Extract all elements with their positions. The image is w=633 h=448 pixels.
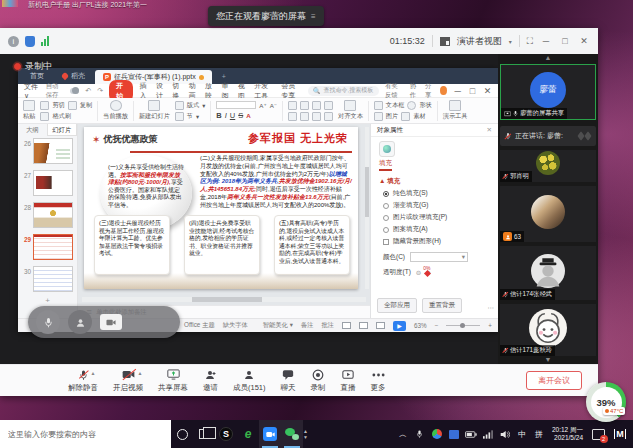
- format-painter-button[interactable]: 格式刷: [40, 112, 92, 121]
- tray-battery-icon[interactable]: [463, 420, 479, 448]
- font-shrink-button[interactable]: A⁻: [270, 102, 277, 109]
- participant-bubble-icon[interactable]: [36, 310, 60, 334]
- wechat-taskbar-button[interactable]: [281, 420, 303, 448]
- slide-thumbnail[interactable]: 26: [18, 136, 77, 168]
- new-slide-button[interactable]: 新建幻灯片: [139, 100, 170, 121]
- browser-taskbar-button[interactable]: e: [237, 420, 259, 448]
- notification-center-button[interactable]: 2: [588, 420, 608, 448]
- align-right-icon[interactable]: [312, 112, 321, 121]
- tray-browser-ball-icon[interactable]: [429, 420, 445, 448]
- more-icon[interactable]: ⋯: [488, 304, 495, 312]
- layout-switch-icon[interactable]: ≡: [311, 12, 316, 21]
- start-video-button[interactable]: ▲ 开启视频: [113, 368, 143, 393]
- unmute-button[interactable]: ▲ 解除静音: [68, 368, 98, 393]
- theme-label[interactable]: Office 主题: [184, 321, 215, 330]
- font-name-select[interactable]: [216, 101, 256, 109]
- tray-app-icon[interactable]: [446, 420, 462, 448]
- participant-tile[interactable]: 郭肖明: [500, 150, 596, 182]
- presentation-tools-button[interactable]: 演示工具: [443, 100, 468, 121]
- fill-tool-icon[interactable]: [379, 141, 395, 157]
- beautify-button[interactable]: 智能美化 ▾: [263, 321, 293, 330]
- participant-tile-screenshare[interactable]: 廖蕾 廖蕾的屏幕共享: [500, 64, 596, 120]
- ribbon-search-input[interactable]: 🔍 查找命令,搜索模板: [308, 86, 379, 96]
- taskbar-clock[interactable]: 20:12 周一 2021/5/24: [548, 426, 587, 442]
- outdent-icon[interactable]: [324, 101, 333, 110]
- chat-button[interactable]: 聊天: [281, 368, 296, 393]
- undo-icon[interactable]: ↶: [85, 87, 91, 95]
- participant-tile[interactable]: 信计171庞秋玲: [500, 304, 596, 356]
- paste-button[interactable]: 粘贴: [23, 100, 35, 121]
- slide-thumbnail[interactable]: 28: [18, 200, 77, 232]
- align-text-button[interactable]: 对齐文本: [338, 100, 363, 121]
- slide-thumbnail[interactable]: 30: [18, 264, 77, 296]
- invite-button[interactable]: 邀请: [203, 368, 218, 393]
- participant-tile[interactable]: 信计174张经武: [500, 246, 596, 300]
- section-caret-icon[interactable]: ▲: [379, 177, 385, 184]
- camera-preview-bubble[interactable]: [100, 314, 122, 330]
- alpha-slider[interactable]: ⊖ 0% ⊕: [416, 269, 431, 277]
- ime-mode-button[interactable]: 拼: [531, 420, 547, 448]
- members-button[interactable]: 成员(151): [233, 368, 266, 393]
- task-view-button[interactable]: [193, 420, 215, 448]
- slide-thumbnail[interactable]: 27: [18, 168, 77, 200]
- slide-thumbnail-selected[interactable]: 29: [18, 232, 77, 264]
- live-button[interactable]: 直播: [341, 368, 356, 393]
- network-signal-icon[interactable]: [41, 36, 49, 46]
- m-app-icon[interactable]: M: [609, 420, 631, 448]
- bullet-list-icon[interactable]: [288, 101, 297, 110]
- view-mode-caret-icon[interactable]: ▾: [509, 38, 512, 45]
- zoom-slider[interactable]: [446, 325, 480, 326]
- tray-volume-icon[interactable]: [497, 420, 513, 448]
- option-hide-background[interactable]: 隐藏背景图形(H): [383, 237, 498, 246]
- minimize-button[interactable]: ─: [540, 36, 552, 46]
- play-from-current-button[interactable]: 当前播放: [103, 100, 128, 121]
- wps-taskbar-button[interactable]: S: [215, 420, 237, 448]
- bold-button[interactable]: B: [216, 111, 221, 120]
- font-grow-button[interactable]: A⁺: [259, 102, 266, 109]
- tab-slides[interactable]: 幻灯片: [47, 124, 78, 136]
- align-center-icon[interactable]: [300, 112, 309, 121]
- security-shield-icon[interactable]: [25, 36, 35, 47]
- battery-widget[interactable]: 39%: [586, 382, 626, 422]
- italic-button[interactable]: I: [225, 111, 227, 120]
- collab-link[interactable]: 协作: [410, 82, 419, 100]
- cortana-button[interactable]: [171, 420, 193, 448]
- zoom-out-icon[interactable]: −: [435, 322, 439, 329]
- leave-meeting-button[interactable]: 离开会议: [526, 371, 582, 390]
- participant-tile[interactable]: 63: [500, 186, 596, 242]
- participant-bubble-icon[interactable]: [68, 310, 92, 334]
- panel-close-icon[interactable]: ✕: [487, 126, 492, 134]
- normal-view-icon[interactable]: [342, 322, 351, 329]
- tab-outline[interactable]: 大纲: [18, 124, 47, 136]
- apply-all-button[interactable]: 全部应用: [377, 298, 417, 313]
- slideshow-play-button[interactable]: ▶: [393, 321, 406, 331]
- missing-font-label[interactable]: 缺失字体: [223, 321, 248, 330]
- view-mode-label[interactable]: 演讲者视图: [457, 35, 502, 48]
- option-pattern-fill[interactable]: 图案填充(A): [383, 225, 498, 234]
- share-screen-button[interactable]: 共享屏幕: [158, 368, 188, 393]
- user-avatar[interactable]: [440, 86, 447, 95]
- notes-toggle[interactable]: 备注: [301, 321, 314, 330]
- fullscreen-icon[interactable]: ⛶: [527, 36, 533, 47]
- current-slide[interactable]: ✶ 优抚优惠政策 参军报国 无上光荣 (一)义务兵享受供给制生活待遇。按军衔和服…: [84, 127, 358, 289]
- align-left-icon[interactable]: [288, 112, 297, 121]
- file-menu[interactable]: 文件 ∨: [24, 82, 40, 100]
- option-picture-fill[interactable]: 图片或纹理填充(P): [383, 213, 498, 222]
- wps-minimize-button[interactable]: ─: [453, 86, 462, 96]
- font-color-button[interactable]: A: [246, 112, 250, 119]
- scroll-arrows-icon[interactable]: ▲▼: [303, 429, 308, 440]
- record-button[interactable]: 录制: [311, 368, 326, 393]
- layout-button[interactable]: 版式 ▾: [175, 101, 205, 110]
- reading-view-icon[interactable]: [376, 322, 385, 329]
- justify-icon[interactable]: [324, 112, 333, 121]
- ime-language-button[interactable]: 中: [514, 420, 530, 448]
- panel-tab-fill[interactable]: 填充: [379, 159, 392, 171]
- underline-button[interactable]: U: [230, 111, 235, 120]
- color-dropdown[interactable]: ▾: [410, 252, 468, 262]
- sorter-view-icon[interactable]: [359, 322, 368, 329]
- maximize-button[interactable]: □: [559, 36, 571, 46]
- more-button[interactable]: 更多: [371, 368, 386, 393]
- info-icon[interactable]: i: [8, 36, 19, 47]
- wps-close-button[interactable]: ✕: [483, 86, 492, 96]
- tray-mic-icon[interactable]: [412, 420, 428, 448]
